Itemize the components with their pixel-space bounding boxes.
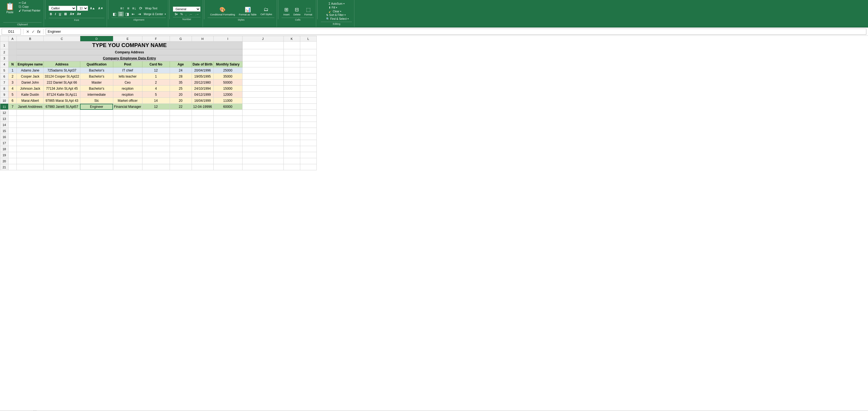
cell-L15[interactable] xyxy=(300,128,316,134)
cell-J12[interactable] xyxy=(242,110,283,116)
cell-E15[interactable] xyxy=(113,128,142,134)
cell-F11[interactable]: 12 xyxy=(142,104,169,110)
row-num-6[interactable]: 6 xyxy=(0,74,8,80)
cell-F12[interactable] xyxy=(142,110,169,116)
cell-C10[interactable]: 97865 Marai St,Apt 43 xyxy=(44,98,80,104)
cell-J16[interactable] xyxy=(242,134,283,140)
col-header-I[interactable]: I xyxy=(213,36,242,41)
cell-I16[interactable] xyxy=(213,134,242,140)
cell-D12[interactable] xyxy=(80,110,113,116)
cell-B17[interactable] xyxy=(17,140,44,146)
align-middle-button[interactable]: ≡ xyxy=(126,6,130,11)
col-header-L[interactable]: L xyxy=(300,36,316,41)
cell-D13[interactable] xyxy=(80,116,113,122)
cell-H14[interactable] xyxy=(192,122,213,128)
cell-C6[interactable]: 33124 Cooper St,Apt22 xyxy=(44,74,80,80)
cell-J17[interactable] xyxy=(242,140,283,146)
cell-E21[interactable] xyxy=(113,164,142,170)
orientation-button[interactable]: ⟳ xyxy=(138,6,144,11)
paste-button[interactable]: 📋 Paste xyxy=(3,1,17,21)
cell-H6[interactable]: 19/05/1995 xyxy=(192,74,213,80)
cell-G16[interactable] xyxy=(169,134,192,140)
row-num-21[interactable]: 21 xyxy=(0,164,8,170)
cell-styles-button[interactable]: 🗂 Cell Styles xyxy=(259,6,274,16)
decrease-decimal-button[interactable]: .← xyxy=(188,12,194,16)
number-format-select[interactable]: General xyxy=(173,7,200,11)
cell-C20[interactable] xyxy=(44,158,80,164)
cell-I14[interactable] xyxy=(213,122,242,128)
col-header-E[interactable]: E xyxy=(113,36,142,41)
decrease-font-button[interactable]: A▼ xyxy=(97,6,104,10)
cell-F15[interactable] xyxy=(142,128,169,134)
cell-C13[interactable] xyxy=(44,116,80,122)
cell-G21[interactable] xyxy=(169,164,192,170)
row-num-8[interactable]: 8 xyxy=(0,86,8,92)
cell-H4[interactable]: Date of Birth xyxy=(192,61,213,67)
cell-K11[interactable] xyxy=(283,104,300,110)
cell-C19[interactable] xyxy=(44,152,80,158)
cell-J4[interactable] xyxy=(242,61,283,67)
cell-I6[interactable]: 35000 xyxy=(213,74,242,80)
align-top-button[interactable]: ≡↑ xyxy=(119,6,125,11)
format-button[interactable]: ⬚ Format xyxy=(303,6,314,17)
fill-button[interactable]: ⬇ Fill ▾ xyxy=(328,6,345,9)
cell-J10[interactable] xyxy=(242,98,283,104)
cell-B6[interactable]: Cooper Jack xyxy=(17,74,44,80)
row-num-12[interactable]: 12 xyxy=(0,110,8,116)
cell-I21[interactable] xyxy=(213,164,242,170)
cell-L7[interactable] xyxy=(300,80,316,86)
cell-I17[interactable] xyxy=(213,140,242,146)
cell-L8[interactable] xyxy=(300,86,316,92)
row-num-2[interactable]: 2 xyxy=(0,49,8,55)
cell-E8[interactable]: recption xyxy=(113,86,142,92)
cell-I4[interactable]: Monthly Salary xyxy=(213,61,242,67)
cell-L13[interactable] xyxy=(300,116,316,122)
cell-J8[interactable] xyxy=(242,86,283,92)
cell-A6[interactable]: 2 xyxy=(8,74,17,80)
cell-K7[interactable] xyxy=(283,80,300,86)
cell-F5[interactable]: 12 xyxy=(142,67,169,74)
font-name-select[interactable]: Calibri xyxy=(49,6,76,11)
cell-A7[interactable]: 3 xyxy=(8,80,17,86)
cell-L1[interactable] xyxy=(300,41,316,49)
cell-C12[interactable] xyxy=(44,110,80,116)
cell-E18[interactable] xyxy=(113,146,142,152)
cell-F16[interactable] xyxy=(142,134,169,140)
cell-L5[interactable] xyxy=(300,67,316,74)
cell-H17[interactable] xyxy=(192,140,213,146)
col-header-H[interactable]: H xyxy=(192,36,213,41)
cell-L18[interactable] xyxy=(300,146,316,152)
cell-E7[interactable]: Ceo xyxy=(113,80,142,86)
row-num-20[interactable]: 20 xyxy=(0,158,8,164)
cell-B1[interactable]: TYPE YOU COMPANY NAME xyxy=(17,41,243,49)
cell-C21[interactable] xyxy=(44,164,80,170)
formula-cancel-icon[interactable]: ✕ xyxy=(26,29,30,34)
find-select-button[interactable]: 🔍 Find & Select ▾ xyxy=(325,17,349,21)
formula-input[interactable] xyxy=(45,29,866,35)
cell-C4[interactable]: Address xyxy=(44,61,80,67)
cell-J6[interactable] xyxy=(242,74,283,80)
cell-E13[interactable] xyxy=(113,116,142,122)
cell-H11[interactable]: 12-04-19996 xyxy=(192,104,213,110)
col-header-D[interactable]: D xyxy=(80,36,113,41)
cell-K9[interactable] xyxy=(283,92,300,98)
cell-K18[interactable] xyxy=(283,146,300,152)
cell-K4[interactable] xyxy=(283,61,300,67)
cell-E20[interactable] xyxy=(113,158,142,164)
cell-I18[interactable] xyxy=(213,146,242,152)
cell-K3[interactable] xyxy=(283,55,300,61)
cell-J13[interactable] xyxy=(242,116,283,122)
cell-F4[interactable]: Card No xyxy=(142,61,169,67)
row-num-3[interactable]: 3 xyxy=(0,55,8,61)
cell-B3[interactable]: Company Employee Data Entry xyxy=(17,55,243,61)
cell-G5[interactable]: 24 xyxy=(169,67,192,74)
cell-J9[interactable] xyxy=(242,92,283,98)
cell-A2[interactable] xyxy=(8,49,17,55)
cell-A12[interactable] xyxy=(8,110,17,116)
cell-L9[interactable] xyxy=(300,92,316,98)
col-header-C[interactable]: C xyxy=(44,36,80,41)
cell-H20[interactable] xyxy=(192,158,213,164)
cell-I13[interactable] xyxy=(213,116,242,122)
cell-K8[interactable] xyxy=(283,86,300,92)
cell-F19[interactable] xyxy=(142,152,169,158)
